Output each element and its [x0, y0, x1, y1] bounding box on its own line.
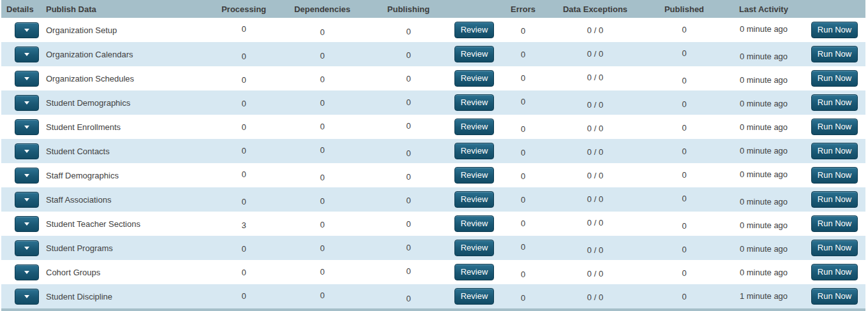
publishing-count: 0 [406, 266, 410, 276]
errors-count: 0 [521, 148, 525, 157]
errors-count: 0 [521, 73, 525, 83]
errors-count: 0 [521, 270, 525, 279]
last-activity-cell: 1 minute ago [724, 292, 804, 301]
last-activity-cell: 0 minute ago [724, 50, 804, 59]
review-button[interactable]: Review [454, 94, 495, 111]
errors-cell: 0 [500, 122, 546, 132]
run-now-button[interactable]: Run Now [811, 70, 858, 87]
published-cell: 0 [645, 219, 724, 229]
last-activity-cell: 0 minute ago [724, 122, 804, 132]
run-now-cell: Run Now [804, 215, 865, 232]
review-button[interactable]: Review [454, 22, 495, 38]
data-exceptions-cell: 0 / 0 [546, 25, 645, 35]
published-count: 0 [682, 76, 686, 85]
details-dropdown-button[interactable] [15, 47, 39, 62]
publishing-count: 0 [406, 294, 410, 303]
published-cell: 0 [645, 243, 724, 253]
review-button[interactable]: Review [454, 264, 495, 280]
column-header-errors: Errors [500, 4, 546, 14]
details-dropdown-button[interactable] [15, 168, 39, 184]
details-cell [1, 192, 42, 208]
run-now-button[interactable]: Run Now [811, 22, 858, 38]
dependencies-cell: 0 [276, 292, 369, 301]
run-now-button[interactable]: Run Now [811, 119, 858, 135]
details-dropdown-button[interactable] [15, 143, 39, 159]
details-dropdown-button[interactable] [15, 192, 39, 208]
details-cell [1, 71, 42, 87]
review-button[interactable]: Review [454, 70, 495, 87]
review-cell: Review [448, 215, 500, 232]
last-activity-cell: 0 minute ago [724, 171, 804, 180]
processing-cell: 0 [212, 195, 276, 205]
last-activity-text: 0 minute ago [740, 244, 788, 254]
details-dropdown-button[interactable] [15, 119, 39, 135]
review-button[interactable]: Review [454, 46, 495, 62]
run-now-button[interactable]: Run Now [811, 240, 858, 256]
review-button[interactable]: Review [454, 191, 495, 208]
review-button[interactable]: Review [454, 119, 495, 135]
review-button[interactable]: Review [454, 240, 495, 256]
details-cell [1, 168, 42, 184]
run-now-cell: Run Now [804, 143, 865, 159]
publishing-count: 0 [406, 121, 410, 131]
details-cell [1, 95, 42, 111]
processing-cell: 0 [212, 122, 276, 132]
processing-cell: 0 [212, 171, 276, 180]
last-activity-cell: 0 minute ago [724, 98, 804, 108]
details-dropdown-button[interactable] [15, 216, 39, 232]
published-cell: 0 [645, 292, 724, 301]
review-button[interactable]: Review [454, 143, 495, 159]
dependencies-count: 0 [320, 51, 324, 61]
details-dropdown-button[interactable] [15, 264, 39, 280]
processing-count: 0 [241, 122, 246, 132]
details-dropdown-button[interactable] [15, 22, 39, 38]
review-button[interactable]: Review [454, 288, 495, 305]
publishing-count: 0 [406, 243, 410, 252]
published-cell: 0 [645, 147, 724, 156]
review-button[interactable]: Review [454, 215, 495, 232]
details-dropdown-button[interactable] [15, 240, 39, 256]
run-now-button[interactable]: Run Now [811, 143, 858, 159]
run-now-button[interactable]: Run Now [811, 46, 858, 62]
details-cell [1, 47, 42, 62]
dependencies-count: 0 [320, 220, 324, 229]
dependencies-cell: 0 [276, 50, 369, 59]
column-header-processing: Processing [212, 4, 276, 14]
dependencies-count: 0 [320, 75, 324, 84]
dependencies-count: 0 [320, 243, 324, 253]
review-cell: Review [448, 22, 500, 38]
review-button[interactable]: Review [454, 167, 495, 184]
errors-cell: 0 [500, 171, 546, 180]
publishing-cell: 0 [369, 147, 448, 156]
details-dropdown-button[interactable] [15, 95, 39, 111]
errors-cell: 0 [500, 74, 546, 83]
publishing-cell: 0 [369, 195, 448, 205]
details-dropdown-button[interactable] [15, 71, 39, 87]
details-dropdown-button[interactable] [15, 289, 39, 305]
processing-cell: 0 [212, 147, 276, 156]
run-now-button[interactable]: Run Now [811, 94, 858, 111]
column-header-dependencies: Dependencies [276, 4, 369, 14]
run-now-button[interactable]: Run Now [811, 167, 858, 184]
details-cell [1, 264, 42, 280]
last-activity-cell: 0 minute ago [724, 25, 804, 35]
review-cell: Review [448, 264, 500, 280]
review-cell: Review [448, 240, 500, 256]
data-exceptions-cell: 0 / 0 [546, 268, 645, 277]
column-header-details: Details [1, 4, 42, 14]
run-now-button[interactable]: Run Now [811, 191, 858, 208]
publishing-count: 0 [406, 196, 410, 205]
run-now-button[interactable]: Run Now [811, 288, 858, 305]
run-now-button[interactable]: Run Now [811, 215, 858, 232]
table-row: Organization Setup 0 0 0 Review 0 0 / 0 … [1, 18, 865, 42]
run-now-button[interactable]: Run Now [811, 264, 858, 280]
run-now-cell: Run Now [804, 94, 865, 111]
review-cell: Review [448, 119, 500, 135]
errors-count: 0 [521, 293, 525, 303]
publish-data-name: Student Programs [42, 243, 212, 253]
published-count: 0 [682, 123, 686, 133]
column-header-published: Published [645, 4, 724, 14]
errors-count: 0 [521, 195, 525, 205]
review-cell: Review [448, 46, 500, 62]
run-now-cell: Run Now [804, 288, 865, 305]
